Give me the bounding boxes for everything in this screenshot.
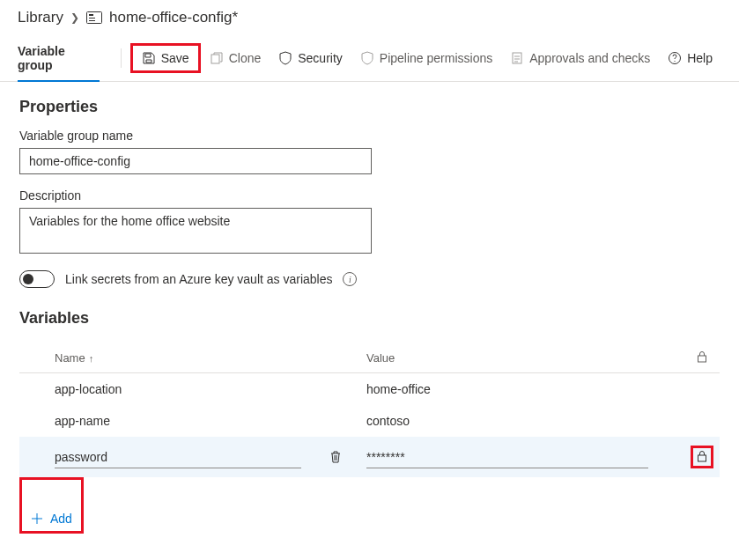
sort-ascending-icon: ↑	[89, 353, 94, 364]
lock-icon	[697, 350, 707, 363]
trash-icon	[329, 450, 342, 464]
shield-outline-icon	[360, 51, 374, 65]
svg-rect-2	[89, 18, 95, 18]
description-label: Description	[19, 188, 720, 203]
highlight-add: Add	[19, 477, 84, 534]
svg-rect-1	[89, 14, 93, 16]
field-description: Description	[19, 188, 720, 256]
pipeline-permissions-button[interactable]: Pipeline permissions	[351, 46, 501, 70]
lock-toggle[interactable]	[697, 450, 707, 465]
var-name-cell: app-location	[19, 373, 363, 406]
content: Properties Variable group name Descripti…	[0, 82, 739, 549]
security-button[interactable]: Security	[270, 46, 351, 70]
table-row-editing[interactable]	[19, 437, 720, 477]
separator	[121, 48, 122, 68]
var-value-cell: contoso	[363, 405, 684, 437]
column-header-value[interactable]: Value	[363, 343, 684, 373]
plus-icon	[31, 512, 43, 525]
table-row[interactable]: app-name contoso	[19, 405, 720, 437]
save-icon	[142, 51, 156, 65]
approvals-button[interactable]: Approvals and checks	[501, 46, 659, 70]
delete-button[interactable]	[329, 450, 342, 464]
clone-icon	[210, 51, 224, 65]
highlight-save: Save	[130, 43, 201, 73]
help-icon	[668, 51, 682, 65]
field-variable-group-name: Variable group name	[19, 129, 720, 174]
column-header-name[interactable]: Name↑	[19, 343, 363, 373]
link-secrets-toggle[interactable]	[19, 270, 55, 288]
table-row[interactable]: app-location home-office	[19, 373, 720, 406]
toolbar: Variable group Save Clone Security Pipel…	[0, 32, 739, 82]
tab-variable-group[interactable]: Variable group	[18, 35, 100, 81]
info-icon[interactable]: i	[343, 272, 357, 286]
breadcrumb: Library ❯ home-office-config*	[0, 0, 739, 32]
link-secrets-label: Link secrets from an Azure key vault as …	[65, 272, 332, 286]
variables-table: Name↑ Value app-location home-office app…	[19, 343, 720, 477]
name-label: Variable group name	[19, 129, 720, 143]
variable-group-icon	[86, 11, 102, 24]
properties-heading: Properties	[19, 98, 720, 116]
var-name-cell: app-name	[19, 405, 363, 437]
link-secrets-row: Link secrets from an Azure key vault as …	[19, 270, 720, 288]
name-input[interactable]	[19, 148, 372, 174]
var-value-cell: home-office	[363, 373, 684, 406]
help-button[interactable]: Help	[659, 46, 721, 70]
highlight-lock	[691, 446, 713, 468]
var-value-input[interactable]	[366, 446, 648, 468]
breadcrumb-root[interactable]: Library	[18, 9, 63, 26]
description-input[interactable]	[19, 208, 372, 254]
variables-heading: Variables	[19, 309, 720, 328]
svg-point-7	[675, 61, 676, 62]
svg-rect-9	[698, 455, 706, 461]
checklist-icon	[510, 51, 524, 65]
shield-icon	[278, 51, 292, 65]
save-button[interactable]: Save	[133, 46, 198, 70]
column-header-lock	[684, 343, 720, 373]
breadcrumb-current: home-office-config*	[109, 9, 238, 26]
add-button[interactable]: Add	[22, 506, 81, 531]
svg-rect-4	[211, 55, 219, 63]
var-name-input[interactable]	[55, 446, 301, 468]
svg-rect-3	[89, 20, 95, 21]
chevron-right-icon: ❯	[70, 11, 79, 24]
lock-icon	[697, 450, 707, 462]
svg-rect-8	[698, 356, 706, 362]
clone-button[interactable]: Clone	[201, 46, 270, 70]
